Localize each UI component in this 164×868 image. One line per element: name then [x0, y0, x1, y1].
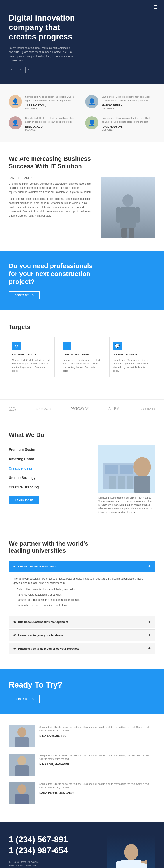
avatar-4: 👤 [85, 116, 98, 129]
hero-title: Digital innovation company that creates … [9, 13, 85, 42]
tc-image-2 [9, 754, 35, 776]
hero-section: ☰ Digital innovation company that create… [0, 0, 164, 84]
wwd-item-3[interactable]: Creative Ideas [9, 464, 92, 473]
instagram-icon[interactable]: in [25, 67, 32, 73]
address-line-1: 121 Rock Street, 21 Avenue, [9, 860, 103, 864]
target-card-3: 💬 INSTANT SUPPORT Sample text. Click to … [109, 337, 155, 377]
twitter-icon[interactable]: t [17, 67, 23, 73]
team-name-1: JASS NORTON, [25, 104, 79, 107]
ready-section: Ready To Try? CONTACT US [0, 669, 164, 714]
svg-rect-12 [127, 476, 133, 489]
team-role-1: MANAGER [25, 107, 79, 110]
target-icon-1: ⚙ [12, 342, 21, 350]
team-role-2: DESIGNER [102, 107, 155, 110]
tc-person-svg-1 [9, 725, 35, 747]
accordion-header-2[interactable]: 02. Business Sustainability Management + [9, 616, 155, 627]
target-text-3: Sample text. Click to select the text bo… [113, 358, 152, 373]
hamburger-menu[interactable]: ☰ [154, 4, 157, 10]
wwd-item-5[interactable]: Creative Branding [9, 483, 92, 492]
wwd-content: Premium Design Amazing Photo Creative Id… [9, 445, 155, 514]
cta-1-button[interactable]: CONTACT US [9, 291, 40, 300]
person-svg [115, 190, 141, 238]
team-section: 👤 Sample text. Click to select the text … [0, 84, 164, 142]
accordion-header-3[interactable]: 03. Learn how to grow your business + [9, 630, 155, 641]
accordion-icon-2: + [148, 620, 151, 624]
wwd-image-placeholder [98, 445, 155, 493]
logo-organic: ORGANIC [36, 407, 51, 411]
accordion-title-2: 02. Business Sustainability Management [13, 620, 68, 624]
wwd-item-4[interactable]: Unique Strategy [9, 473, 92, 483]
what-we-do-section: What We Do Premium Design Amazing Photo … [0, 418, 164, 527]
logo-newwave: NEWWAVE [9, 406, 16, 412]
universities-section: We partner with the world's leading univ… [0, 527, 164, 669]
svg-rect-5 [129, 228, 134, 238]
avatar-3: 👤 [9, 116, 22, 129]
learn-more-button[interactable]: LEARN MORE [9, 496, 39, 504]
svg-rect-23 [15, 794, 29, 804]
ready-cta-button[interactable]: CONTACT US [9, 695, 40, 703]
accordion-header-1[interactable]: 01. Create a Webinar in Minutes + [9, 561, 155, 572]
accordion-icon-3: + [148, 633, 151, 638]
wwd-list: Premium Design Amazing Photo Creative Id… [9, 445, 92, 514]
wwd-item-1[interactable]: Premium Design [9, 445, 92, 455]
tc-name-2: Nina Lou, manager [39, 763, 155, 766]
person-silhouette-1: 👤 [9, 95, 22, 108]
wwd-items: Premium Design Amazing Photo Creative Id… [9, 445, 92, 492]
team-sample-1: Sample text. Click to select the text bo… [25, 95, 79, 102]
person-silhouette-3: 👤 [9, 116, 22, 129]
accordion-content-1: Interdum velit suscipit in pellentesque … [13, 577, 151, 585]
svg-point-13 [133, 457, 151, 477]
accordion-bullet-1-1: Duis ut diam quam facilisis at adipiscin… [16, 587, 151, 592]
universities-title: We partner with the world's leading univ… [9, 540, 107, 554]
tc-content-3: Sample text. Click to select the text bo… [39, 782, 155, 795]
it-text: SAMPLE HEADLINE Ut enim ad minim veniam,… [9, 177, 94, 238]
team-info-2: Sample text. Click to select the text bo… [102, 95, 155, 110]
team-card-1: Sample text. Click to select the text bo… [9, 725, 155, 747]
svg-rect-11 [118, 476, 125, 489]
tc-image-1 [9, 725, 35, 747]
it-image [100, 177, 155, 238]
office-svg [98, 445, 155, 493]
team-info-3: Sample text. Click to select the text bo… [25, 116, 79, 131]
svg-rect-17 [15, 737, 29, 747]
logo-alba: Alba [109, 407, 120, 411]
accordion-bullets-1: Duis ut diam quam facilisis at adipiscin… [13, 587, 151, 608]
svg-rect-2 [116, 207, 121, 222]
accordion-bullet-1-3: Partur et Volutpat pulvinar elementum at… [16, 598, 151, 602]
targets-section: Targets ⚙ OPTIMAL CHOICE Sample text. Cl… [0, 310, 164, 399]
accordion-bullet-1-2: Partur ut volutpat adipiscing at et tell… [16, 593, 151, 597]
svg-rect-8 [105, 465, 118, 473]
svg-point-24 [124, 844, 138, 861]
target-text-2: Sample text. Click to select the text bo… [63, 358, 101, 373]
person-silhouette-4: 👤 [85, 116, 98, 129]
target-title-2: USED WORLDWIDE [63, 353, 101, 356]
target-text-1: Sample text. Click to select the text bo… [12, 358, 51, 373]
targets-title: Targets [9, 323, 155, 331]
tc-image-3 [9, 782, 35, 804]
tc-sample-3: Sample text. Click to select the text bo… [39, 782, 155, 789]
team-grid: 👤 Sample text. Click to select the text … [9, 95, 155, 131]
hero-description: Lorem ipsum dolor sit amet. Morbi blandi… [9, 46, 74, 63]
team-sample-3: Sample text. Click to select the text bo… [25, 116, 79, 124]
team-role-3: MANAGER [25, 128, 79, 131]
accordion-title-1: 01. Create a Webinar in Minutes [13, 565, 56, 568]
phone-image [107, 835, 155, 868]
team-sample-2: Sample text. Click to select the text bo… [102, 95, 155, 102]
facebook-icon[interactable]: f [9, 67, 15, 73]
target-title-3: INSTANT SUPPORT [113, 353, 152, 356]
accordion-header-4[interactable]: 04. Practical tips to help you price you… [9, 643, 155, 654]
target-icon-2: 🌐 [63, 342, 71, 350]
tc-sample-2: Sample text. Click to select the text bo… [39, 754, 155, 761]
it-image-person [100, 177, 155, 238]
tc-name-3: Lara Perry, designer [39, 791, 155, 795]
ready-title: Ready To Try? [9, 680, 155, 689]
accordion-icon-4: + [148, 646, 151, 651]
tc-sample-1: Sample text. Click to select the text bo… [39, 725, 155, 733]
svg-point-22 [17, 784, 26, 794]
it-content: SAMPLE HEADLINE Ut enim ad minim veniam,… [9, 177, 155, 238]
team-info-1: Sample text. Click to select the text bo… [25, 95, 79, 110]
wwd-item-2[interactable]: Amazing Photo [9, 455, 92, 464]
team-sample-4: Sample text. Click to select the text bo… [102, 116, 155, 124]
targets-grid: ⚙ OPTIMAL CHOICE Sample text. Click to s… [9, 337, 155, 377]
svg-point-19 [17, 756, 26, 766]
